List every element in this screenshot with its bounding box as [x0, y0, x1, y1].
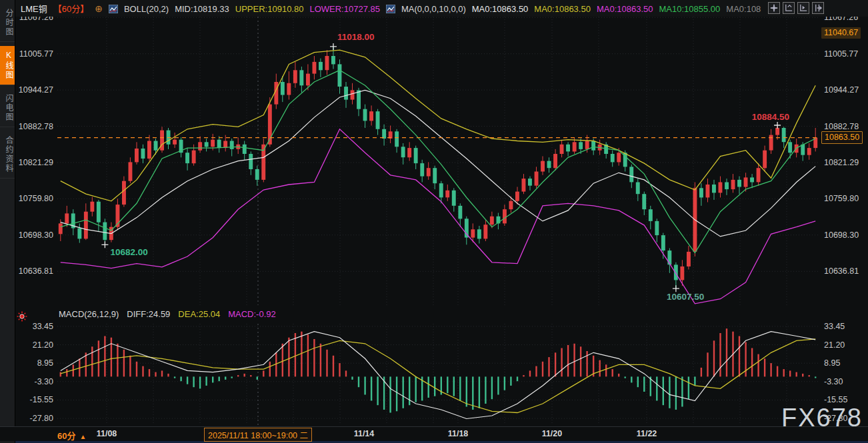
last-price-tag: 10863.50 [821, 131, 863, 144]
ma10-value: MA10:10855.00 [659, 4, 721, 14]
y-axis-label: -15.55 [30, 394, 53, 405]
ma0-value-magenta: MA0:10863.50 [597, 4, 653, 14]
ma-params: MA(0,0,0,10,0,0) [401, 4, 466, 14]
y-axis-label: 33.45 [33, 321, 53, 332]
y-axis-label: 8.95 [37, 358, 53, 368]
reference-price-tag: 11040.67 [821, 27, 861, 39]
boll-mid-value: MID:10819.33 [175, 4, 229, 14]
dea-value: DEA:25.04 [178, 309, 220, 322]
x-axis-date-label: 11/18 [448, 429, 469, 438]
macd-chart-canvas[interactable] [57, 324, 819, 425]
sidebar-tab-合约资料[interactable]: 合约资料 [0, 131, 15, 179]
indicator-header: LME铜【60分】⊕BOLL(20,2)MID:10819.33UPPER:10… [15, 0, 868, 17]
y-axis-label: 10882.78 [19, 121, 53, 132]
sidebar-tab-K线图[interactable]: K线图 [0, 46, 15, 85]
header-toolbar [768, 2, 824, 14]
y-axis-label: 10759.80 [19, 193, 53, 204]
ma0-value-white: MA0:10863.50 [472, 4, 529, 14]
y-axis-label: -3.30 [35, 376, 54, 387]
boll-params: BOLL(20,2) [124, 4, 169, 14]
y-axis-label: 10636.81 [19, 266, 53, 276]
svg-text:11018.00: 11018.00 [337, 32, 375, 42]
period-switcher[interactable]: 60分▲ [57, 429, 86, 442]
boll-chart-icon[interactable] [109, 4, 118, 14]
y-axis-label: 21.20 [824, 340, 845, 350]
y-axis-label: 10636.81 [824, 266, 859, 276]
ma-chart-icon[interactable] [386, 4, 395, 14]
y-axis-label: 10944.27 [824, 85, 859, 95]
svg-text:10884.50: 10884.50 [752, 112, 789, 122]
sidebar-tab-分时图[interactable]: 分时图 [0, 4, 15, 42]
y-axis-label: -27.80 [30, 413, 53, 424]
x-axis-date-label: 11/22 [637, 429, 657, 438]
svg-text:10682.00: 10682.00 [110, 247, 147, 257]
boll-lower-value: LOWER:10727.85 [309, 4, 380, 14]
y-axis-label: 33.45 [824, 321, 845, 332]
y-axis-label: -3.30 [824, 376, 843, 387]
chart-type-sidebar: 分时图K线图闪电图合约资料 [0, 0, 15, 443]
period-label: 60分 [57, 431, 75, 441]
candlestick-chart-canvas[interactable]: 11018.0010682.0010607.5010884.50 [57, 17, 819, 305]
indicator-readouts: LME铜【60分】⊕BOLL(20,2)MID:10819.33UPPER:10… [15, 2, 761, 15]
y-axis-label: 10821.29 [824, 157, 859, 168]
y-axis-label: 21.20 [33, 340, 53, 350]
period-up-arrow-icon: ▲ [79, 433, 86, 440]
scale-y-axis-icon[interactable] [783, 2, 795, 14]
y-axis-label: 11005.77 [19, 49, 53, 59]
y-axis-label: 10759.80 [824, 193, 859, 204]
y-axis-label: 10821.29 [19, 157, 53, 168]
symbol-title: LME铜 [21, 4, 47, 14]
x-axis-date-label: 11/08 [97, 429, 117, 438]
move-crosshair-icon[interactable] [768, 2, 780, 14]
y-axis-label: 8.95 [824, 358, 840, 368]
add-indicator-icon[interactable]: ⊕ [95, 3, 103, 14]
time-axis-bar: 60分▲ 11/082025/11/11 18:00~19:00 二11/141… [0, 426, 868, 441]
left-price-axis: 11067.2611005.7710944.2710882.7810821.29… [15, 0, 57, 426]
right-price-axis: 11040.67 10863.50 11067.2611005.7710944.… [819, 0, 868, 426]
y-axis-label: 11005.77 [824, 49, 858, 59]
x-axis-date-label: 11/14 [354, 429, 375, 438]
y-axis-label: 10882.78 [824, 121, 859, 132]
y-axis-label: 10944.27 [19, 85, 53, 95]
trading-app-window: 分时图K线图闪电图合约资料 LME铜【60分】⊕BOLL(20,2)MID:10… [0, 0, 868, 443]
macd-params: MACD(26,12,9) [59, 309, 119, 322]
y-axis-label: 10698.30 [19, 230, 53, 240]
ma0-value-truncated: MA0:108 [726, 4, 761, 14]
macd-value: MACD:-0.92 [228, 309, 276, 322]
period-label: 【60分】 [53, 4, 89, 14]
watermark-logo: FX678 [781, 404, 863, 432]
scale-x-axis-icon[interactable] [797, 2, 809, 14]
y-axis-label: 10698.30 [824, 230, 859, 240]
pan-right-icon[interactable] [812, 2, 824, 14]
ma0-value-yellow: MA0:10863.50 [534, 4, 591, 14]
diff-value: DIFF:24.59 [127, 309, 170, 322]
x-axis-date-label: 11/20 [542, 429, 563, 438]
macd-indicator-header: MACD(26,12,9)DIFF:24.59DEA:25.04MACD:-0.… [59, 309, 276, 322]
crosshair-time-readout: 2025/11/11 18:00~19:00 二 [204, 428, 312, 442]
sidebar-tab-闪电图[interactable]: 闪电图 [0, 89, 15, 127]
red-burst-icon[interactable] [16, 310, 28, 322]
svg-text:10607.50: 10607.50 [667, 292, 704, 302]
boll-upper-value: UPPER:10910.80 [235, 4, 304, 14]
